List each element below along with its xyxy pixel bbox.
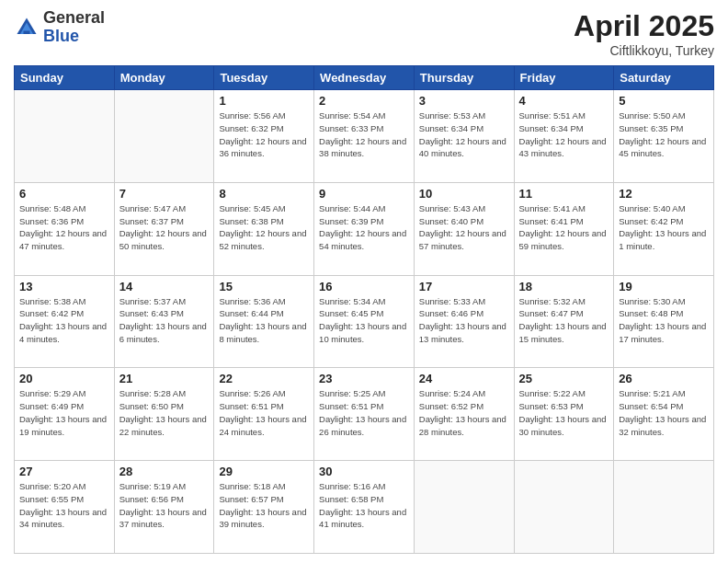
day-number: 14	[119, 280, 210, 293]
header: General Blue April 2025 Ciftlikkoyu, Tur…	[14, 9, 714, 58]
table-row: 22Sunrise: 5:26 AM Sunset: 6:51 PM Dayli…	[214, 368, 314, 461]
table-row: 26Sunrise: 5:21 AM Sunset: 6:54 PM Dayli…	[614, 368, 714, 461]
day-number: 10	[419, 187, 509, 201]
table-row: 4Sunrise: 5:51 AM Sunset: 6:34 PM Daylig…	[514, 90, 614, 183]
day-number: 8	[219, 187, 309, 201]
day-info: Sunrise: 5:26 AM Sunset: 6:51 PM Dayligh…	[219, 387, 309, 438]
day-number: 15	[219, 280, 309, 293]
header-thursday: Thursday	[414, 66, 514, 90]
day-number: 23	[319, 372, 409, 385]
table-row: 1Sunrise: 5:56 AM Sunset: 6:32 PM Daylig…	[214, 90, 314, 183]
table-row: 7Sunrise: 5:47 AM Sunset: 6:37 PM Daylig…	[114, 182, 214, 275]
calendar-table: Sunday Monday Tuesday Wednesday Thursday…	[14, 65, 714, 554]
day-info: Sunrise: 5:28 AM Sunset: 6:50 PM Dayligh…	[119, 387, 210, 438]
day-info: Sunrise: 5:40 AM Sunset: 6:42 PM Dayligh…	[619, 202, 709, 253]
table-row: 9Sunrise: 5:44 AM Sunset: 6:39 PM Daylig…	[314, 182, 415, 275]
table-row: 29Sunrise: 5:18 AM Sunset: 6:57 PM Dayli…	[214, 461, 314, 554]
day-number: 28	[119, 465, 210, 478]
day-info: Sunrise: 5:25 AM Sunset: 6:51 PM Dayligh…	[319, 387, 409, 438]
day-number: 3	[419, 94, 509, 108]
day-number: 29	[219, 465, 309, 478]
day-info: Sunrise: 5:47 AM Sunset: 6:37 PM Dayligh…	[119, 202, 210, 253]
day-info: Sunrise: 5:22 AM Sunset: 6:53 PM Dayligh…	[519, 387, 609, 438]
day-info: Sunrise: 5:51 AM Sunset: 6:34 PM Dayligh…	[519, 109, 609, 160]
day-number: 6	[19, 187, 109, 201]
table-row: 17Sunrise: 5:33 AM Sunset: 6:46 PM Dayli…	[414, 275, 514, 368]
table-row: 14Sunrise: 5:37 AM Sunset: 6:43 PM Dayli…	[114, 275, 214, 368]
day-info: Sunrise: 5:33 AM Sunset: 6:46 PM Dayligh…	[419, 295, 509, 346]
table-row: 28Sunrise: 5:19 AM Sunset: 6:56 PM Dayli…	[114, 461, 214, 554]
header-saturday: Saturday	[614, 66, 714, 90]
day-number: 30	[319, 465, 409, 478]
table-row: 13Sunrise: 5:38 AM Sunset: 6:42 PM Dayli…	[15, 275, 115, 368]
calendar-subtitle: Ciftlikkoyu, Turkey	[574, 43, 714, 58]
day-number: 22	[219, 372, 309, 385]
day-number: 17	[419, 280, 509, 293]
day-info: Sunrise: 5:16 AM Sunset: 6:58 PM Dayligh…	[319, 480, 409, 531]
table-row: 10Sunrise: 5:43 AM Sunset: 6:40 PM Dayli…	[414, 182, 514, 275]
day-number: 16	[319, 280, 409, 293]
day-info: Sunrise: 5:38 AM Sunset: 6:42 PM Dayligh…	[19, 295, 109, 346]
table-row: 19Sunrise: 5:30 AM Sunset: 6:48 PM Dayli…	[614, 275, 714, 368]
day-number: 5	[619, 94, 709, 108]
day-info: Sunrise: 5:32 AM Sunset: 6:47 PM Dayligh…	[519, 295, 609, 346]
header-sunday: Sunday	[15, 66, 115, 90]
table-row: 5Sunrise: 5:50 AM Sunset: 6:35 PM Daylig…	[614, 90, 714, 183]
table-row: 30Sunrise: 5:16 AM Sunset: 6:58 PM Dayli…	[314, 461, 415, 554]
table-row: 24Sunrise: 5:24 AM Sunset: 6:52 PM Dayli…	[414, 368, 514, 461]
logo-icon	[14, 15, 40, 40]
day-info: Sunrise: 5:18 AM Sunset: 6:57 PM Dayligh…	[219, 480, 309, 531]
table-row: 23Sunrise: 5:25 AM Sunset: 6:51 PM Dayli…	[314, 368, 415, 461]
table-row	[414, 461, 514, 554]
table-row: 2Sunrise: 5:54 AM Sunset: 6:33 PM Daylig…	[314, 90, 415, 183]
table-row: 6Sunrise: 5:48 AM Sunset: 6:36 PM Daylig…	[15, 182, 115, 275]
logo-general: General	[43, 9, 105, 28]
day-number: 26	[619, 372, 709, 385]
day-number: 20	[19, 372, 109, 385]
logo-text: General Blue	[43, 9, 105, 46]
day-number: 18	[519, 280, 609, 293]
day-info: Sunrise: 5:19 AM Sunset: 6:56 PM Dayligh…	[119, 480, 210, 531]
header-friday: Friday	[514, 66, 614, 90]
page: General Blue April 2025 Ciftlikkoyu, Tur…	[0, 0, 728, 563]
day-number: 4	[519, 94, 609, 108]
day-info: Sunrise: 5:37 AM Sunset: 6:43 PM Dayligh…	[119, 295, 210, 346]
svg-rect-2	[24, 30, 30, 34]
table-row	[114, 90, 214, 183]
day-number: 19	[619, 280, 709, 293]
day-info: Sunrise: 5:24 AM Sunset: 6:52 PM Dayligh…	[419, 387, 509, 438]
day-info: Sunrise: 5:50 AM Sunset: 6:35 PM Dayligh…	[619, 109, 709, 160]
day-number: 13	[19, 280, 109, 293]
table-row	[514, 461, 614, 554]
table-row: 21Sunrise: 5:28 AM Sunset: 6:50 PM Dayli…	[114, 368, 214, 461]
day-info: Sunrise: 5:20 AM Sunset: 6:55 PM Dayligh…	[19, 480, 109, 531]
logo-blue: Blue	[43, 28, 105, 46]
day-number: 27	[19, 465, 109, 478]
calendar-week-row: 1Sunrise: 5:56 AM Sunset: 6:32 PM Daylig…	[15, 90, 714, 183]
logo: General Blue	[14, 9, 105, 46]
weekday-header-row: Sunday Monday Tuesday Wednesday Thursday…	[15, 66, 714, 90]
day-number: 24	[419, 372, 509, 385]
day-number: 2	[319, 94, 409, 108]
table-row: 20Sunrise: 5:29 AM Sunset: 6:49 PM Dayli…	[15, 368, 115, 461]
table-row: 16Sunrise: 5:34 AM Sunset: 6:45 PM Dayli…	[314, 275, 415, 368]
day-info: Sunrise: 5:41 AM Sunset: 6:41 PM Dayligh…	[519, 202, 609, 253]
day-info: Sunrise: 5:48 AM Sunset: 6:36 PM Dayligh…	[19, 202, 109, 253]
table-row	[15, 90, 115, 183]
table-row: 12Sunrise: 5:40 AM Sunset: 6:42 PM Dayli…	[614, 182, 714, 275]
day-info: Sunrise: 5:36 AM Sunset: 6:44 PM Dayligh…	[219, 295, 309, 346]
day-number: 1	[219, 94, 309, 108]
table-row: 8Sunrise: 5:45 AM Sunset: 6:38 PM Daylig…	[214, 182, 314, 275]
header-monday: Monday	[114, 66, 214, 90]
day-info: Sunrise: 5:30 AM Sunset: 6:48 PM Dayligh…	[619, 295, 709, 346]
table-row: 15Sunrise: 5:36 AM Sunset: 6:44 PM Dayli…	[214, 275, 314, 368]
day-info: Sunrise: 5:43 AM Sunset: 6:40 PM Dayligh…	[419, 202, 509, 253]
day-info: Sunrise: 5:56 AM Sunset: 6:32 PM Dayligh…	[219, 109, 309, 160]
day-number: 7	[119, 187, 210, 201]
title-block: April 2025 Ciftlikkoyu, Turkey	[574, 9, 714, 58]
day-number: 9	[319, 187, 409, 201]
table-row: 18Sunrise: 5:32 AM Sunset: 6:47 PM Dayli…	[514, 275, 614, 368]
day-info: Sunrise: 5:29 AM Sunset: 6:49 PM Dayligh…	[19, 387, 109, 438]
header-tuesday: Tuesday	[214, 66, 314, 90]
calendar-week-row: 6Sunrise: 5:48 AM Sunset: 6:36 PM Daylig…	[15, 182, 714, 275]
